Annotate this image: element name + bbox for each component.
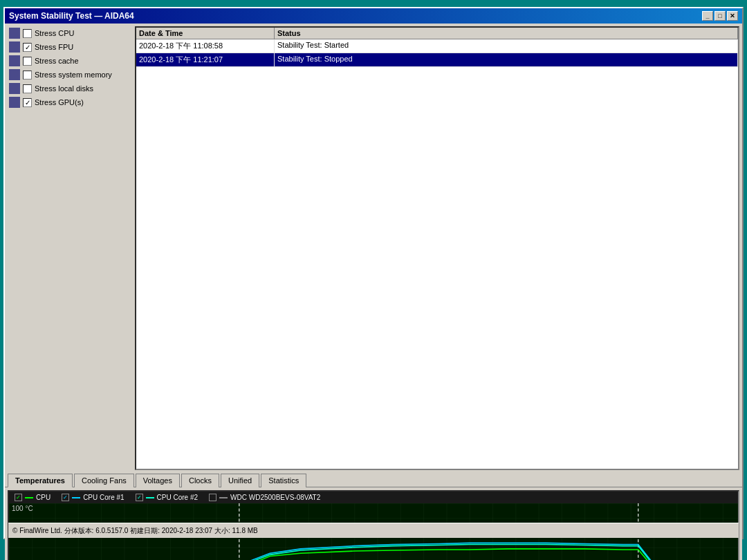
legend-core1-label: CPU Core #1 — [83, 494, 124, 501]
sidebar-item-stress-memory[interactable]: Stress system memory — [8, 68, 132, 82]
legend-cpu-core1[interactable]: ✓ CPU Core #1 — [62, 494, 124, 501]
stress-gpu-checkbox[interactable]: ✓ — [23, 98, 32, 107]
cpu-icon — [9, 28, 20, 39]
sidebar-item-stress-cpu[interactable]: Stress CPU — [8, 26, 132, 40]
tab-voltages[interactable]: Voltages — [136, 474, 180, 487]
legend-cpu-checkbox[interactable]: ✓ — [15, 494, 22, 501]
log-cell-datetime-1: 2020-2-18 下午 11:08:58 — [136, 39, 275, 53]
chart-top-legend: ✓ CPU ✓ CPU Core #1 ✓ CPU Core #2 — [9, 492, 738, 503]
log-table-header: Date & Time Status — [136, 28, 738, 39]
stress-fpu-checkbox[interactable]: ✓ — [23, 43, 32, 52]
stress-memory-label: Stress system memory — [35, 71, 112, 79]
close-button[interactable]: ✕ — [727, 11, 738, 21]
stress-disks-label: Stress local disks — [35, 84, 93, 93]
tab-cooling-fans[interactable]: Cooling Fans — [74, 474, 134, 487]
gpu-icon — [9, 97, 20, 108]
main-content-area: Stress CPU ✓ Stress FPU Stress cache Str… — [5, 24, 742, 473]
log-cell-datetime-2: 2020-2-18 下午 11:21:07 — [136, 53, 275, 66]
sidebar-item-stress-disks[interactable]: Stress local disks — [8, 82, 132, 95]
window-controls: _ □ ✕ — [702, 11, 738, 21]
legend-wdc[interactable]: WDC WD2500BEVS-08VAT2 — [209, 494, 320, 501]
tab-temperatures[interactable]: Temperatures — [8, 474, 73, 487]
legend-core2-label: CPU Core #2 — [157, 494, 198, 501]
log-cell-status-2: Stability Test: Stopped — [275, 53, 738, 66]
stress-cpu-label: Stress CPU — [35, 29, 74, 37]
stress-memory-checkbox[interactable] — [23, 71, 32, 80]
legend-cpu-label: CPU — [36, 494, 50, 501]
stress-cache-checkbox[interactable] — [23, 57, 32, 66]
tab-unified[interactable]: Unified — [221, 474, 259, 487]
legend-wdc-label: WDC WD2500BEVS-08VAT2 — [230, 494, 320, 501]
log-row[interactable]: 2020-2-18 下午 11:21:07 Stability Test: St… — [136, 53, 738, 67]
status-bar: © FinalWire Ltd. 分体版本: 6.0.5157.0 初建日期: … — [8, 523, 739, 538]
stress-fpu-label: Stress FPU — [35, 43, 73, 51]
sidebar-item-stress-fpu[interactable]: ✓ Stress FPU — [8, 40, 132, 54]
cache-icon — [9, 55, 20, 66]
tab-statistics[interactable]: Statistics — [261, 474, 306, 487]
col-status: Status — [275, 28, 738, 39]
col-datetime: Date & Time — [136, 28, 275, 39]
disks-icon — [9, 83, 20, 94]
maximize-button[interactable]: □ — [714, 11, 726, 21]
title-bar: System Stability Test — AIDA64 _ □ ✕ — [5, 8, 742, 24]
status-bar-text: © FinalWire Ltd. 分体版本: 6.0.5157.0 初建日期: … — [12, 526, 258, 536]
temp-y-top: 100 °C — [12, 505, 33, 512]
stress-disks-checkbox[interactable] — [23, 84, 32, 93]
log-cell-status-1: Stability Test: Started — [275, 39, 738, 53]
stress-gpu-label: Stress GPU(s) — [35, 98, 84, 106]
tabs-row: Temperatures Cooling Fans Voltages Clock… — [5, 473, 742, 487]
legend-core2-checkbox[interactable]: ✓ — [136, 494, 143, 501]
legend-core1-checkbox[interactable]: ✓ — [62, 494, 69, 501]
main-window: System Stability Test — AIDA64 _ □ ✕ Str… — [3, 7, 744, 539]
legend-cpu[interactable]: ✓ CPU — [15, 494, 50, 501]
log-table: Date & Time Status 2020-2-18 下午 11:08:58… — [135, 26, 739, 470]
stress-cpu-checkbox[interactable] — [23, 29, 32, 38]
window-title: System Stability Test — AIDA64 — [9, 11, 134, 21]
sidebar-item-stress-cache[interactable]: Stress cache — [8, 54, 132, 68]
stress-cache-label: Stress cache — [35, 57, 79, 65]
minimize-button[interactable]: _ — [702, 11, 713, 21]
fpu-icon — [9, 41, 20, 53]
sidebar: Stress CPU ✓ Stress FPU Stress cache Str… — [8, 26, 132, 470]
tab-clocks[interactable]: Clocks — [181, 474, 219, 487]
legend-wdc-checkbox[interactable] — [209, 494, 216, 501]
legend-cpu-core2[interactable]: ✓ CPU Core #2 — [136, 494, 198, 501]
log-row[interactable]: 2020-2-18 下午 11:08:58 Stability Test: St… — [136, 39, 738, 53]
sidebar-item-stress-gpu[interactable]: ✓ Stress GPU(s) — [8, 95, 132, 109]
memory-icon — [9, 69, 20, 80]
